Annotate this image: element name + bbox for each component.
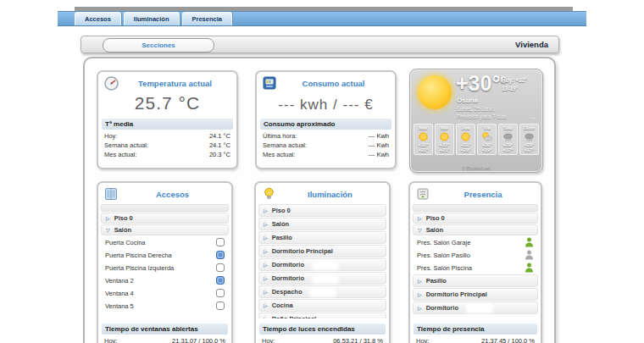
presencia-panel: Presencia ▷ Piso 0 ▽ Salón Pres. Salón G…: [408, 181, 542, 343]
temperature-section-header: Tª media: [102, 119, 233, 130]
tree-group-piso0[interactable]: ▷ Piso 0: [101, 213, 229, 224]
stat-row: Última hora: --- Kwh: [257, 131, 395, 141]
group-label: Dormitorio: [426, 304, 458, 312]
stat-label: Hoy:: [104, 132, 117, 140]
weather-current-temp: +30°C: [456, 71, 507, 96]
chevron-down-icon: ▽: [106, 228, 110, 233]
access-item[interactable]: Ventana 2: [102, 274, 228, 286]
forecast-day: Jue +31° +20°: [456, 124, 475, 155]
weather-date: Lunes, 25 Junio: [457, 106, 494, 112]
chevron-right-icon: ▷: [264, 290, 268, 295]
group-label: Piso 0: [114, 214, 133, 222]
tab-accesos[interactable]: Accesos: [75, 12, 121, 25]
forecast-low: +22°: [414, 147, 432, 152]
access-item[interactable]: Puerta Cocina: [102, 236, 228, 248]
iluminacion-footer: Tiempo de luces encendidas Hoy: 06.53.21…: [256, 318, 389, 343]
person-present-icon: [525, 263, 534, 273]
tree-group-piso0[interactable]: ▷ Piso 0: [413, 213, 538, 224]
stat-value: 24.1 °C: [209, 141, 230, 149]
item-label: Ventana 5: [105, 302, 134, 310]
tree-group[interactable]: ▷ Dormitorio Principal: [258, 245, 386, 257]
access-item[interactable]: Puerta Piscina Izquierda: [102, 262, 228, 274]
forecast-day-name: Vie: [483, 125, 491, 130]
item-label: Puerta Piscina Izquierda: [105, 264, 174, 272]
sunny-icon: [436, 131, 453, 142]
access-item[interactable]: Ventana 5: [102, 300, 228, 312]
sections-button[interactable]: Secciones: [103, 38, 214, 53]
chevron-right-icon: ▷: [264, 276, 268, 281]
presence-item[interactable]: Pres. Salón Garaje: [414, 236, 537, 248]
checkbox[interactable]: [216, 263, 225, 272]
group-label: Despacho: [272, 288, 303, 296]
tab-iluminacion[interactable]: Iluminación: [124, 12, 180, 25]
checkbox-checked[interactable]: [216, 251, 225, 259]
checkbox[interactable]: [216, 302, 225, 310]
checkbox-checked[interactable]: [216, 276, 225, 285]
stat-row: Hoy: 24.1 °C: [98, 131, 236, 141]
stat-value: --- Kwh: [369, 151, 389, 158]
tree-group[interactable]: ▷ Dormitorio: [258, 272, 386, 285]
panel-title: Accesos: [119, 190, 226, 199]
weather-forecast-note: Previsión para 7 días: [457, 113, 507, 119]
group-label: Piso 0: [426, 214, 445, 222]
item-label: Pres. Salón Pasillo: [417, 252, 470, 259]
tree-group[interactable]: ▷ Dormitorio: [258, 258, 386, 271]
chevron-right-icon: ▷: [418, 279, 422, 284]
chevron-right-icon: ▷: [264, 235, 268, 241]
group-label: Salón: [114, 226, 131, 234]
checkbox[interactable]: [216, 289, 225, 297]
consumption-section-header: Consumo aproximado: [260, 119, 391, 130]
tree-group[interactable]: ▷ Cocina: [258, 299, 386, 312]
weather-more-link[interactable]: ...: [530, 113, 536, 119]
weather-credit: © Booked.net: [410, 166, 542, 171]
weather-widget: +30°C Hoy: +32° 13-19° Osuna Lunes, 25 J…: [409, 69, 543, 173]
tree-group[interactable]: ▷ Piso 0: [258, 204, 386, 217]
sunny-icon: [457, 131, 475, 142]
forecast-day-name: Jue: [462, 125, 470, 130]
current-temperature: 25.7 °C: [98, 93, 236, 113]
tab-presencia[interactable]: Presencia: [182, 12, 232, 25]
light-bulb-icon: [261, 186, 276, 202]
item-label: Pres. Salón Piscina: [417, 264, 472, 272]
access-item[interactable]: Puerta Piscina Derecha: [102, 249, 228, 261]
group-label: Piso 0: [272, 207, 291, 214]
stat-row: Semana actual: --- Kwh: [257, 141, 395, 150]
forecast-day: Mié +33° +21°: [435, 124, 454, 155]
group-label: Salón: [426, 226, 443, 234]
presence-item[interactable]: Pres. Salón Pasillo: [414, 249, 537, 261]
forecast-day-name: Sáb: [503, 125, 513, 130]
clipped-row: [413, 204, 538, 212]
tree-group[interactable]: ▷ Pasillo: [413, 274, 538, 287]
tree-group-salon[interactable]: ▽ Salón: [101, 224, 229, 235]
stat-label: Mes actual:: [104, 151, 136, 158]
energy-meter-icon: [262, 75, 277, 91]
person-absent-icon: [525, 250, 534, 260]
group-label: Pasillo: [272, 234, 292, 241]
tree-group[interactable]: ▷ Dormitorio: [413, 302, 538, 314]
chevron-right-icon: ▷: [418, 292, 422, 297]
tree-group[interactable]: ▷ Dormitorio Principal: [413, 288, 538, 301]
clipped-row: [101, 204, 229, 212]
blurred-text: [314, 262, 337, 268]
accesos-tree: ▷ Piso 0 ▽ Salón Puerta Cocina Puerta Pi…: [98, 204, 231, 312]
page-title: Vivienda: [515, 40, 548, 49]
iluminacion-panel: Iluminación ▷ Piso 0 ▷ Salón ▷ Pasillo ▷…: [254, 181, 391, 343]
tree-group[interactable]: ▷ Pasillo: [258, 231, 386, 244]
group-label: Pasillo: [426, 277, 447, 285]
presence-item[interactable]: Pres. Salón Piscina: [414, 262, 537, 274]
item-label: Puerta Cocina: [105, 239, 146, 246]
blurred-text: [314, 275, 337, 282]
tree-group[interactable]: ▷ Salón: [258, 218, 386, 230]
iluminacion-section-header: Tiempo de luces encendidas: [259, 324, 386, 335]
panel-title: Temperatura actual: [119, 79, 231, 88]
group-label: Cocina: [272, 302, 293, 309]
presence-sensor-icon: [415, 186, 430, 202]
tree-group-salon[interactable]: ▽ Salón: [413, 224, 538, 235]
stat-row: Mes actual: --- Kwh: [257, 150, 395, 159]
tree-group[interactable]: ▷ Despacho: [258, 285, 386, 298]
checkbox[interactable]: [216, 238, 225, 246]
stat-value: 21.31.07 / 100.0 %: [172, 337, 225, 343]
access-item[interactable]: Ventana 4: [102, 287, 228, 299]
stat-row: Hoy: 21.37.45 / 100.0 %: [410, 336, 541, 343]
chevron-right-icon: ▷: [106, 216, 110, 221]
